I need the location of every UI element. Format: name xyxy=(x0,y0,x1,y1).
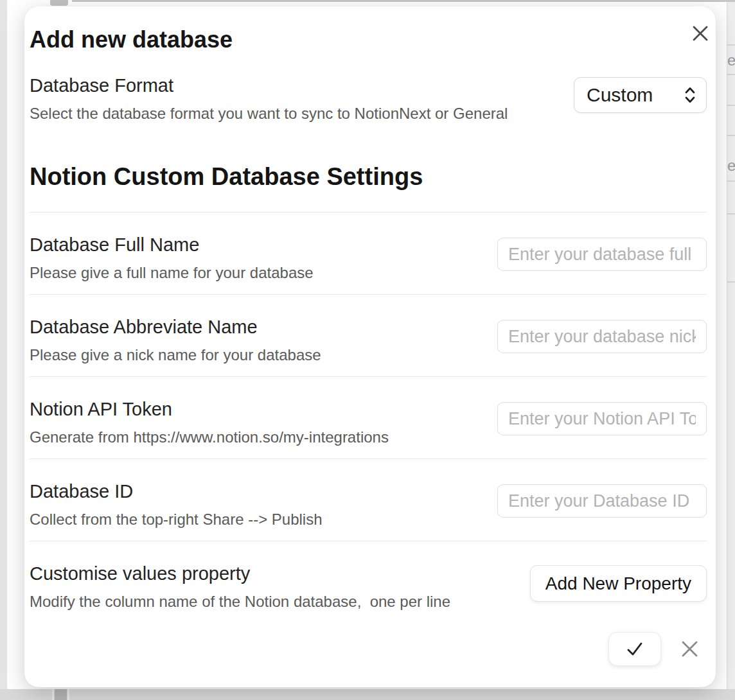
api-token-input[interactable] xyxy=(497,402,707,435)
clipped-text-fragment: er xyxy=(727,52,735,69)
field-row-custom-property: Customise values property Modify the col… xyxy=(30,541,707,623)
database-id-description: Collect from the top-right Share --> Pub… xyxy=(30,510,323,529)
format-row: Database Format Select the database form… xyxy=(30,74,707,123)
row-divider xyxy=(727,105,735,106)
chevron-up-down-icon xyxy=(684,86,696,104)
field-row-database-id: Database ID Collect from the top-right S… xyxy=(30,459,707,541)
row-divider xyxy=(727,135,735,136)
row-divider xyxy=(727,44,735,46)
clipped-text-fragment: er xyxy=(727,157,735,174)
row-divider xyxy=(727,281,735,283)
scrollbar-thumb-top[interactable] xyxy=(50,0,68,6)
field-row-abbreviate-name: Database Abbreviate Name Please give a n… xyxy=(30,294,707,376)
scrollbar-thumb-bottom[interactable] xyxy=(55,689,67,700)
page-top-border xyxy=(72,0,735,2)
format-label: Database Format xyxy=(30,74,508,96)
scrollbar-gap xyxy=(52,689,54,700)
format-select-value: Custom xyxy=(587,84,684,106)
row-divider xyxy=(727,213,735,214)
format-description: Select the database format you want to s… xyxy=(30,104,508,123)
page-left-gutter xyxy=(0,0,7,700)
page-right-strip: er er xyxy=(727,2,735,689)
checkmark-icon xyxy=(625,641,644,658)
abbreviate-name-input[interactable] xyxy=(497,320,707,353)
full-name-description: Please give a full name for your databas… xyxy=(30,263,314,283)
database-id-label: Database ID xyxy=(30,480,323,502)
add-new-property-button[interactable]: Add New Property xyxy=(530,565,707,602)
row-divider xyxy=(727,74,735,75)
api-token-label: Notion API Token xyxy=(30,398,389,420)
field-row-api-token: Notion API Token Generate from https://w… xyxy=(30,376,707,459)
section-heading: Notion Custom Database Settings xyxy=(30,161,707,193)
add-database-modal: Add new database Database Format Select … xyxy=(24,6,716,687)
api-token-description: Generate from https://www.notion.so/my-i… xyxy=(30,428,389,447)
cancel-button[interactable] xyxy=(680,640,699,659)
scrollbar-gap xyxy=(67,689,69,700)
close-icon xyxy=(691,24,709,42)
field-row-full-name: Database Full Name Please give a full na… xyxy=(30,212,707,294)
format-select[interactable]: Custom xyxy=(574,77,707,113)
abbreviate-name-label: Database Abbreviate Name xyxy=(30,316,321,338)
custom-property-description: Modify the column name of the Notion dat… xyxy=(30,592,450,611)
modal-footer xyxy=(30,632,707,666)
horizontal-scrollbar[interactable] xyxy=(0,689,735,700)
database-id-input[interactable] xyxy=(497,484,707,518)
modal-title: Add new database xyxy=(30,23,707,57)
full-name-label: Database Full Name xyxy=(30,234,314,256)
abbreviate-name-description: Please give a nick name for your databas… xyxy=(30,346,321,365)
custom-property-label: Customise values property xyxy=(30,563,450,584)
cancel-x-icon xyxy=(680,640,699,658)
close-button[interactable] xyxy=(690,23,711,44)
confirm-button[interactable] xyxy=(608,632,661,666)
row-divider xyxy=(727,180,735,182)
full-name-input[interactable] xyxy=(497,238,707,271)
